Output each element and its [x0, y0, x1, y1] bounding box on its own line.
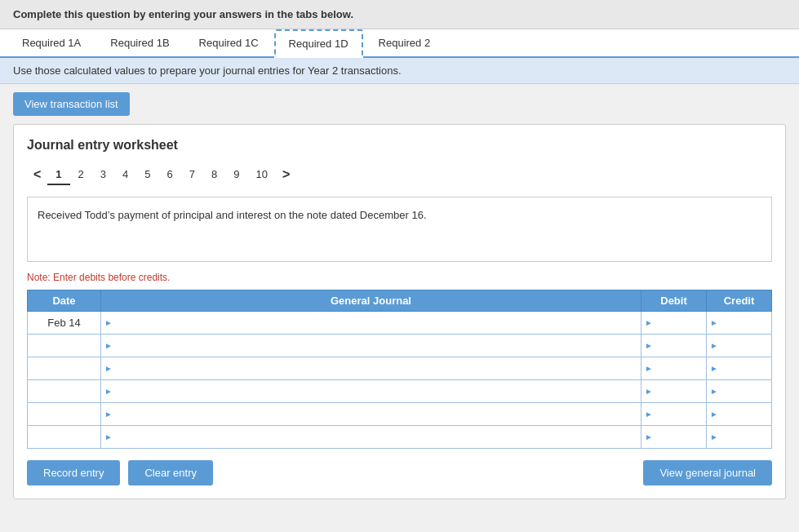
col-header-date: Date — [28, 290, 101, 312]
credit-input-1[interactable] — [718, 312, 771, 334]
tab-req2[interactable]: Required 2 — [365, 29, 445, 56]
credit-arrow-2: ► — [707, 341, 718, 350]
journal-cell-2[interactable]: ► — [101, 335, 641, 357]
date-cell-2 — [28, 335, 101, 357]
debit-input-3[interactable] — [653, 357, 706, 379]
table-row: ► ► ► — [28, 403, 772, 426]
page-2[interactable]: 2 — [70, 165, 92, 185]
credit-cell-1[interactable]: ► — [707, 312, 772, 335]
credit-arrow-4: ► — [707, 387, 718, 396]
worksheet-title: Journal entry worksheet — [27, 138, 772, 153]
row-arrow-1: ► — [101, 318, 113, 327]
debit-arrow-4: ► — [641, 387, 653, 396]
row-arrow-2: ► — [101, 341, 113, 350]
journal-cell-1[interactable]: ► — [101, 312, 641, 335]
view-general-journal-button[interactable]: View general journal — [643, 460, 772, 485]
debit-arrow-6: ► — [641, 432, 653, 441]
debit-cell-5[interactable]: ► — [641, 403, 707, 426]
journal-table: Date General Journal Debit Credit Feb 14… — [27, 290, 772, 449]
row-arrow-4: ► — [101, 387, 113, 396]
info-bar: Use those calculated values to prepare y… — [0, 58, 799, 84]
pagination: < 1 2 3 4 5 6 7 8 9 10 > — [27, 164, 772, 185]
journal-input-1[interactable] — [113, 312, 641, 334]
debit-input-1[interactable] — [653, 312, 706, 334]
credit-cell-4[interactable]: ► — [707, 380, 772, 403]
journal-input-3[interactable] — [113, 357, 641, 379]
journal-input-6[interactable] — [113, 426, 641, 448]
record-entry-button[interactable]: Record entry — [27, 460, 120, 485]
debit-cell-4[interactable]: ► — [641, 380, 707, 403]
debit-input-5[interactable] — [653, 403, 706, 425]
page-4[interactable]: 4 — [114, 165, 136, 185]
date-cell-4 — [28, 380, 101, 403]
debit-input-6[interactable] — [653, 426, 706, 448]
credit-arrow-6: ► — [707, 432, 718, 441]
credit-arrow-5: ► — [707, 410, 718, 419]
journal-cell-6[interactable]: ► — [101, 426, 641, 449]
journal-input-5[interactable] — [113, 403, 641, 425]
tab-req1a[interactable]: Required 1A — [8, 29, 95, 56]
table-row: ► ► ► — [28, 335, 772, 357]
credit-cell-5[interactable]: ► — [707, 403, 772, 426]
worksheet-container: Journal entry worksheet < 1 2 3 4 5 6 7 … — [13, 124, 786, 499]
credit-arrow-3: ► — [707, 364, 718, 373]
tabs-bar: Required 1A Required 1B Required 1C Requ… — [0, 29, 799, 58]
debit-cell-6[interactable]: ► — [641, 426, 707, 449]
credit-input-4[interactable] — [718, 380, 771, 402]
page-6[interactable]: 6 — [159, 165, 181, 185]
journal-cell-3[interactable]: ► — [101, 357, 641, 380]
col-header-journal: General Journal — [101, 290, 641, 312]
credit-input-6[interactable] — [718, 426, 771, 448]
credit-input-3[interactable] — [718, 357, 771, 379]
debit-input-2[interactable] — [653, 335, 706, 357]
table-row: ► ► ► — [28, 380, 772, 403]
journal-cell-5[interactable]: ► — [101, 403, 641, 426]
credit-input-2[interactable] — [718, 335, 771, 357]
instruction-text: Complete this question by entering your … — [13, 8, 353, 20]
journal-input-4[interactable] — [113, 380, 641, 402]
description-box: Received Todd’s payment of principal and… — [27, 197, 772, 262]
credit-cell-2[interactable]: ► — [707, 335, 772, 357]
page-5[interactable]: 5 — [136, 165, 158, 185]
description-text: Received Todd’s payment of principal and… — [38, 209, 427, 221]
debit-arrow-2: ► — [641, 341, 653, 350]
debit-cell-1[interactable]: ► — [641, 312, 707, 335]
row-arrow-3: ► — [101, 364, 113, 373]
journal-input-2[interactable] — [113, 335, 641, 357]
row-arrow-5: ► — [101, 410, 113, 419]
debit-arrow-5: ► — [641, 410, 653, 419]
page-8[interactable]: 8 — [203, 165, 225, 185]
tab-req1d[interactable]: Required 1D — [274, 29, 363, 58]
debit-input-4[interactable] — [653, 380, 706, 402]
credit-cell-3[interactable]: ► — [707, 357, 772, 380]
row-arrow-6: ► — [101, 432, 113, 441]
col-header-debit: Debit — [641, 290, 707, 312]
table-row: Feb 14 ► ► ► — [28, 312, 772, 335]
table-row: ► ► ► — [28, 357, 772, 380]
debit-arrow-3: ► — [641, 364, 653, 373]
page-3[interactable]: 3 — [92, 165, 114, 185]
credit-arrow-1: ► — [707, 318, 718, 327]
prev-page-arrow[interactable]: < — [27, 164, 47, 185]
debit-cell-3[interactable]: ► — [641, 357, 707, 380]
page-1[interactable]: 1 — [47, 165, 69, 185]
buttons-row: Record entry Clear entry View general jo… — [27, 460, 772, 485]
page-7[interactable]: 7 — [181, 165, 203, 185]
tab-req1c[interactable]: Required 1C — [185, 29, 273, 56]
clear-entry-button[interactable]: Clear entry — [128, 460, 213, 485]
credit-input-5[interactable] — [718, 403, 771, 425]
view-transaction-button[interactable]: View transaction list — [13, 92, 130, 116]
next-page-arrow[interactable]: > — [276, 164, 296, 185]
page-9[interactable]: 9 — [225, 165, 247, 185]
journal-cell-4[interactable]: ► — [101, 380, 641, 403]
date-cell-3 — [28, 357, 101, 380]
col-header-credit: Credit — [707, 290, 772, 312]
tab-req1b[interactable]: Required 1B — [96, 29, 183, 56]
debit-arrow-1: ► — [641, 318, 653, 327]
credit-cell-6[interactable]: ► — [707, 426, 772, 449]
page-10[interactable]: 10 — [247, 165, 275, 185]
debit-cell-2[interactable]: ► — [641, 335, 707, 357]
date-cell-6 — [28, 426, 101, 449]
table-header-row: Date General Journal Debit Credit — [28, 290, 772, 312]
date-cell-1: Feb 14 — [28, 312, 101, 335]
